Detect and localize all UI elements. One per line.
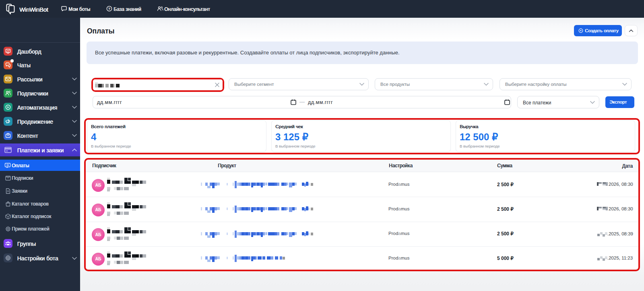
- svg-text:?: ?: [108, 7, 110, 11]
